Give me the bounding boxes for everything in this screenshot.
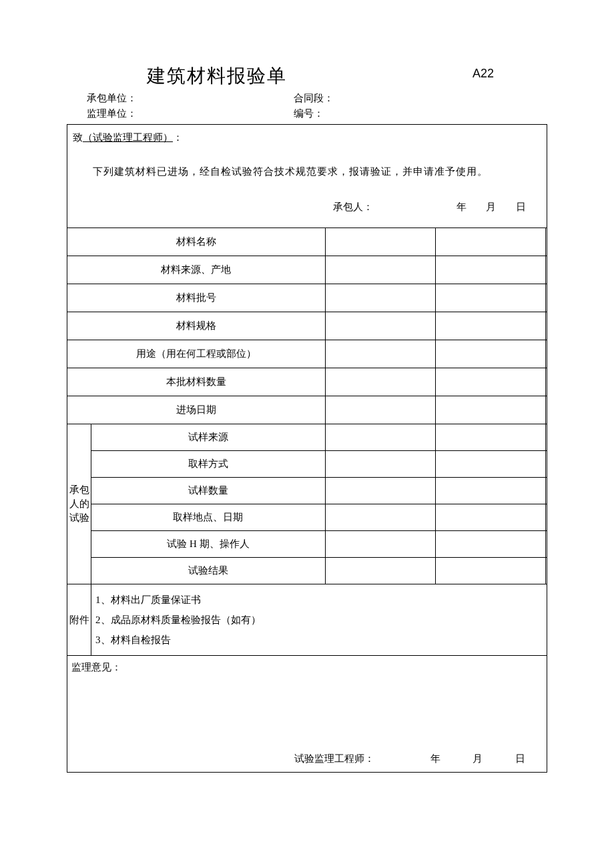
to-prefix: 致 [73,132,83,143]
label-sampling-location-date: 取样地点、日期 [91,504,326,531]
row-sample-quantity: 试样数量 [67,478,547,504]
cell-r2-c1 [325,256,435,284]
cell-r4-c1 [325,312,435,340]
cell-g6-c3 [545,558,547,584]
row-test-date-operator: 试验 H 期、操作人 [67,531,547,558]
attachment-1: 1、材料出厂质量保证书 [95,590,543,610]
opinion-label: 监理意见： [71,661,543,674]
cell-g5-c1 [325,531,435,558]
row-arrival-date: 进场日期 [67,396,547,424]
opinion-sign-row: 试验监理工程师： 年 月 日 [67,753,547,765]
cell-r1-c3 [545,228,547,256]
opinion-person-label: 试验监理工程师： [294,753,414,765]
cell-g3-c2 [435,478,545,504]
cell-r6-c1 [325,368,435,396]
cell-r1-c2 [435,228,545,256]
label-sample-source: 试样来源 [91,424,326,451]
cell-r2-c3 [545,256,547,284]
cell-g6-c2 [435,558,545,584]
cell-r4-c3 [545,312,547,340]
opinion-spacer [67,753,294,765]
label-test-date-operator: 试验 H 期、操作人 [91,531,326,558]
row-sampling-method: 取样方式 [67,451,547,478]
cell-r3-c2 [435,284,545,312]
supervisor-label: 监理单位： [67,107,294,120]
label-sample-quantity: 试样数量 [91,478,326,504]
form-title: 建筑材料报验单 [147,63,287,89]
row-quantity: 本批材料数量 [67,368,547,396]
cell-g3-c3 [545,478,547,504]
row-usage: 用途（用在何工程或部位） [67,340,547,368]
cell-g6-c1 [325,558,435,584]
top-date: 年 月 日 [446,201,541,213]
cell-r3-c3 [545,284,547,312]
to-suffix: ： [173,132,183,143]
cell-r5-c1 [325,340,435,368]
row-sample-source: 承包人的试验 试样来源 [67,424,547,451]
meta-row-1: 承包单位： 合同段： [67,92,547,105]
cell-g5-c3 [545,531,547,558]
cell-r7-c2 [435,396,545,424]
opinion-day: 日 [515,753,525,765]
cell-g5-c2 [435,531,545,558]
top-section-cell: 致（试验监理工程师）： 下列建筑材料已进场，经自检试验符合技术规范要求，报请验证… [67,125,547,228]
form-code: A22 [473,67,494,81]
attachment-3: 3、材料自检报告 [95,630,543,650]
main-table: 致（试验监理工程师）： 下列建筑材料已进场，经自检试验符合技术规范要求，报请验证… [67,124,547,773]
group-label-text: 承包人的试验 [69,484,89,523]
label-material-source: 材料来源、产地 [67,256,326,284]
cell-g2-c3 [545,451,547,478]
label-material-batch: 材料批号 [67,284,326,312]
to-line: 致（试验监理工程师）： [73,131,541,144]
sign-spacer [73,201,333,213]
contractor-label: 承包单位： [67,92,294,105]
cell-g4-c3 [545,504,547,531]
row-material-source: 材料来源、产地 [67,256,547,284]
attachments-cell: 1、材料出厂质量保证书 2、成品原材料质量检验报告（如有） 3、材料自检报告 [91,584,547,656]
row-material-spec: 材料规格 [67,312,547,340]
cell-g2-c2 [435,451,545,478]
attachment-2: 2、成品原材料质量检验报告（如有） [95,610,543,630]
to-target: （试验监理工程师） [83,132,173,143]
cell-r6-c3 [545,368,547,396]
cell-g1-c3 [545,424,547,451]
row-material-name: 材料名称 [67,228,547,256]
cell-r6-c2 [435,368,545,396]
cell-r5-c3 [545,340,547,368]
meta-row-2: 监理单位： 编号： [67,107,547,120]
contract-section-label: 合同段： [294,92,547,105]
top-section-row: 致（试验监理工程师）： 下列建筑材料已进场，经自检试验符合技术规范要求，报请验证… [67,125,547,228]
opinion-cell: 监理意见： 试验监理工程师： 年 月 日 [67,656,547,773]
cell-g1-c1 [325,424,435,451]
contractor-person-label: 承包人： [333,201,446,213]
cell-g4-c2 [435,504,545,531]
cell-r5-c2 [435,340,545,368]
label-sampling-method: 取样方式 [91,451,326,478]
row-attachments: 附件 1、材料出厂质量保证书 2、成品原材料质量检验报告（如有） 3、材料自检报… [67,584,547,656]
attach-label-text: 附件 [69,614,89,625]
cell-g2-c1 [325,451,435,478]
body-text: 下列建筑材料已进场，经自检试验符合技术规范要求，报请验证，并申请准予使用。 [73,163,541,181]
day-label: 日 [516,201,526,213]
top-sign-row: 承包人： 年 月 日 [73,201,541,213]
label-attachments: 附件 [67,584,91,656]
number-label: 编号： [294,107,547,120]
page-container: 建筑材料报验单 A22 承包单位： 合同段： 监理单位： 编号： 致（试验监理工… [0,0,614,813]
year-label: 年 [456,201,467,213]
label-test-result: 试验结果 [91,558,326,584]
cell-r7-c1 [325,396,435,424]
label-usage: 用途（用在何工程或部位） [67,340,326,368]
cell-g4-c1 [325,504,435,531]
row-test-result: 试验结果 [67,558,547,584]
label-contractor-test-group: 承包人的试验 [67,424,91,584]
cell-r3-c1 [325,284,435,312]
cell-g3-c1 [325,478,435,504]
opinion-month: 月 [473,753,483,765]
cell-r7-c3 [545,396,547,424]
row-sampling-location-date: 取样地点、日期 [67,504,547,531]
opinion-date: 年 月 日 [414,753,547,765]
month-label: 月 [486,201,496,213]
label-material-spec: 材料规格 [67,312,326,340]
label-material-name: 材料名称 [67,228,326,256]
cell-r4-c2 [435,312,545,340]
